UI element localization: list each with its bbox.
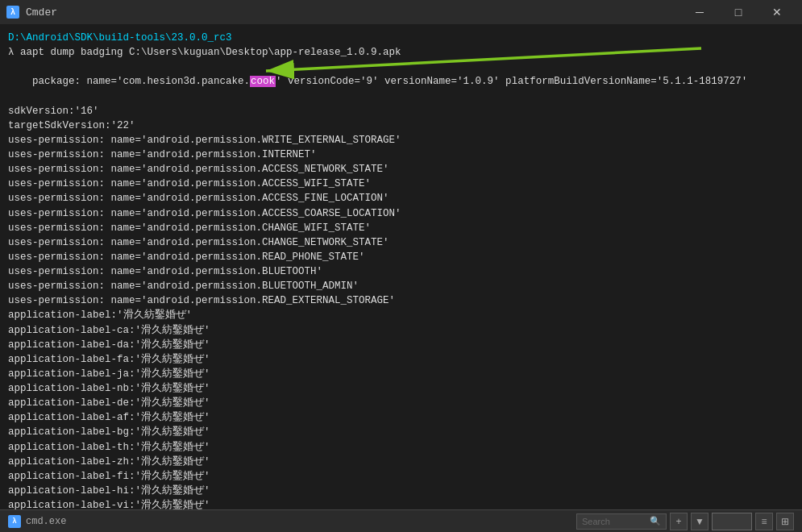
terminal-line: application-label-vi:'滑久紡鑿婚ぜ' [8, 498, 794, 509]
terminal-line: uses-permission: name='android.permissio… [8, 250, 794, 264]
window-controls: ─ □ ✕ [681, 0, 796, 24]
terminal-line: application-label-ja:'滑久紡鑿婚ぜ' [8, 367, 794, 381]
terminal-line: uses-permission: name='android.permissio… [8, 221, 794, 235]
package-line-suffix: ' versionCode='9' versionName='1.0.9' pl… [276, 76, 747, 87]
terminal-line: application-label-hi:'滑久紡鑿婚ぜ' [8, 484, 794, 498]
window-title: Cmder [26, 6, 57, 19]
status-process-name: cmd.exe [26, 516, 66, 527]
package-name-highlight: cook [250, 76, 276, 87]
terminal-output: D:\Android\SDK\build-tools\23.0.0_rc3 λ … [0, 24, 802, 509]
title-bar: λ Cmder ─ □ ✕ [0, 0, 802, 24]
toggle-button[interactable]: ≡ [755, 513, 773, 530]
terminal-line: uses-permission: name='android.permissio… [8, 235, 794, 250]
maximize-button[interactable]: □ [720, 0, 757, 24]
status-bar: λ cmd.exe 🔍 + ▼ ≡ ⊞ [0, 509, 802, 532]
terminal-line: application-label-af:'滑久紡鑿婚ぜ' [8, 410, 794, 425]
terminal-line: uses-permission: name='android.permissio… [8, 162, 794, 177]
terminal-line: application-label-de:'滑久紡鑿婚ぜ' [8, 396, 794, 410]
terminal-line: targetSdkVersion:'22' [8, 118, 794, 133]
status-left: λ cmd.exe [8, 515, 66, 528]
terminal-line: application-label-zh:'滑久紡鑿婚ぜ' [8, 455, 794, 469]
terminal-line-package: package: name='com.hesion3d.pancake.cook… [8, 60, 794, 103]
search-input[interactable] [582, 517, 646, 526]
terminal-line: application-label-fa:'滑久紡鑿婚ぜ' [8, 352, 794, 367]
search-box[interactable]: 🔍 [576, 513, 667, 530]
status-right: 🔍 + ▼ ≡ ⊞ [576, 513, 794, 530]
terminal-line: uses-permission: name='android.permissio… [8, 133, 794, 148]
terminal-line: uses-permission: name='android.permissio… [8, 279, 794, 293]
terminal-line: application-label-ca:'滑久紡鑿婚ぜ' [8, 323, 794, 338]
add-tab-button[interactable]: + [670, 513, 688, 530]
terminal-line: uses-permission: name='android.permissio… [8, 264, 794, 279]
terminal-line: application-label:'滑久紡鑿婚ぜ' [8, 308, 794, 322]
terminal-line: λ aapt dump badging C:\Users\kuguan\Desk… [8, 45, 794, 60]
terminal-line: uses-permission: name='android.permissio… [8, 177, 794, 191]
terminal-line: D:\Android\SDK\build-tools\23.0.0_rc3 [8, 31, 794, 45]
package-line-prefix: package: name='com.hesion3d.pancake. [32, 76, 250, 87]
status-app-icon: λ [8, 515, 21, 528]
grid-button[interactable]: ⊞ [776, 513, 794, 530]
terminal-line: application-label-th:'滑久紡鑿婚ぜ' [8, 440, 794, 455]
terminal-line: uses-permission: name='android.permissio… [8, 191, 794, 206]
close-button[interactable]: ✕ [758, 0, 796, 24]
terminal-line: application-label-fi:'滑久紡鑿婚ぜ' [8, 469, 794, 484]
title-bar-left: λ Cmder [6, 6, 57, 19]
settings-button[interactable]: ▼ [691, 513, 709, 530]
preview-thumbnail [712, 513, 752, 530]
terminal-line: sdkVersion:'16' [8, 104, 794, 118]
app-icon: λ [6, 6, 19, 19]
minimize-button[interactable]: ─ [681, 0, 718, 24]
terminal-line: uses-permission: name='android.permissio… [8, 148, 794, 162]
terminal-line: application-label-bg:'滑久紡鑿婚ぜ' [8, 425, 794, 439]
terminal-line: application-label-nb:'滑久紡鑿婚ぜ' [8, 381, 794, 396]
terminal-line: uses-permission: name='android.permissio… [8, 206, 794, 221]
terminal-line: uses-permission: name='android.permissio… [8, 293, 794, 308]
terminal-line: application-label-da:'滑久紡鑿婚ぜ' [8, 338, 794, 352]
search-icon: 🔍 [650, 516, 661, 526]
